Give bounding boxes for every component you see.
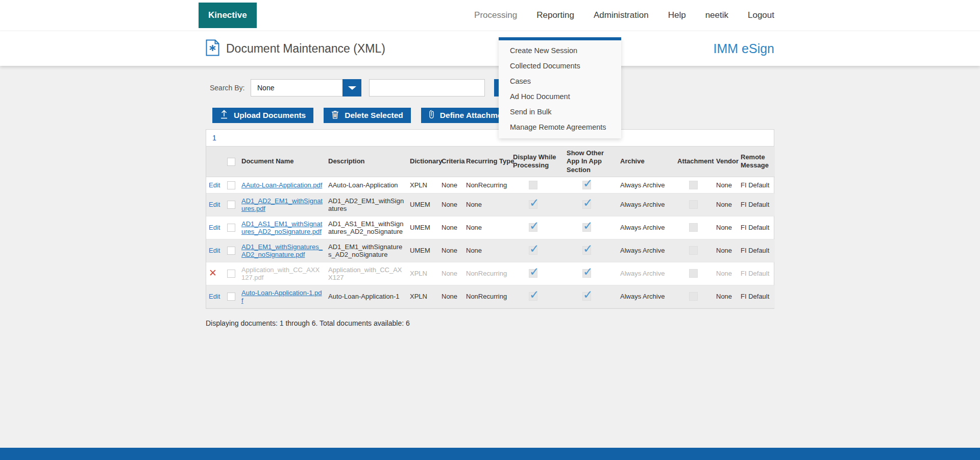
display-while-processing-checkbox[interactable] (529, 181, 537, 189)
show-other-app-checkbox[interactable]: ✓ (582, 292, 591, 301)
recurring-cell: None (466, 224, 482, 231)
document-name-link[interactable]: Auto-Loan-Application-1.pdf (241, 289, 322, 304)
recurring-cell: NonRecurring (466, 270, 507, 277)
header-recurring-type: Recurring Type (463, 147, 510, 177)
menu-item-ad-hoc-document[interactable]: Ad Hoc Document (499, 89, 621, 104)
check-icon: ✓ (583, 219, 593, 233)
upload-documents-button[interactable]: Upload Documents (212, 108, 313, 123)
recurring-cell: None (466, 247, 482, 254)
remote-message-cell: FI Default (741, 270, 769, 277)
attachment-checkbox[interactable] (689, 181, 698, 189)
delete-selected-button[interactable]: Delete Selected (324, 108, 411, 123)
archive-cell: Always Archive (620, 247, 665, 254)
criteria-cell: None (442, 270, 457, 277)
check-icon: ✓ (583, 177, 593, 190)
description-cell: Auto-Loan-Application-1 (328, 293, 399, 300)
attachment-checkbox[interactable] (689, 246, 698, 255)
table-row: ✕Application_with_CC_AXX127.pdfApplicati… (206, 262, 775, 285)
row-checkbox[interactable] (227, 224, 235, 232)
menu-item-manage-remote-agreements[interactable]: Manage Remote Agreements (499, 119, 621, 135)
menu-item-create-new-session[interactable]: Create New Session (499, 43, 621, 58)
attachment-checkbox[interactable] (689, 223, 698, 232)
menu-item-cases[interactable]: Cases (499, 74, 621, 89)
archive-cell: Always Archive (620, 201, 665, 208)
xml-document-icon (206, 39, 219, 58)
table-row: EditAuto-Loan-Application-1.pdfAuto-Loan… (206, 285, 775, 308)
nav-item-processing[interactable]: Processing (474, 10, 517, 20)
check-icon: ✓ (583, 265, 593, 279)
archive-cell: Always Archive (620, 224, 665, 231)
description-cell: AD1_AD2_EM1_withSignatures (328, 197, 404, 212)
edit-link[interactable]: Edit (209, 181, 220, 189)
row-checkbox[interactable] (227, 181, 235, 189)
menu-item-send-in-bulk[interactable]: Send in Bulk (499, 104, 621, 119)
document-name-link[interactable]: AD1_EM1_withSignatures_AD2_noSignature.p… (241, 243, 323, 258)
nav-item-administration[interactable]: Administration (594, 10, 649, 20)
table-row: EditAAuto-Loan-Application.pdfAAuto-Loan… (206, 177, 775, 193)
display-while-processing-checkbox[interactable]: ✓ (529, 292, 537, 301)
check-icon: ✓ (529, 242, 539, 256)
criteria-cell: None (442, 293, 457, 300)
delete-document-icon[interactable]: ✕ (209, 268, 217, 278)
top-nav-bar: Kinective Processing Reporting Administr… (0, 0, 980, 31)
show-other-app-checkbox[interactable]: ✓ (582, 181, 591, 189)
edit-link[interactable]: Edit (209, 201, 220, 208)
attachment-checkbox[interactable] (689, 200, 698, 209)
header-display-while-processing: Display While Processing (510, 147, 564, 177)
header-checkbox-cell (225, 147, 239, 177)
check-icon: ✓ (529, 288, 539, 302)
main-nav: Processing Reporting Administration Help… (474, 10, 774, 20)
document-name-link[interactable]: Application_with_CC_AXX127.pdf (241, 266, 320, 281)
edit-link[interactable]: Edit (209, 247, 220, 254)
attachment-checkbox[interactable] (689, 292, 698, 301)
nav-item-logout[interactable]: Logout (748, 10, 774, 20)
description-cell: AD1_EM1_withSignatures_AD2_noSignature (328, 243, 402, 258)
header-dictionary: Dictionary (407, 147, 439, 177)
nav-item-reporting[interactable]: Reporting (536, 10, 574, 20)
kinective-logo[interactable]: Kinective (199, 3, 257, 28)
row-checkbox[interactable] (227, 201, 235, 209)
header-vendor: Vendor (714, 147, 738, 177)
row-checkbox[interactable] (227, 247, 235, 255)
criteria-cell: None (442, 201, 457, 208)
show-other-app-checkbox[interactable]: ✓ (582, 246, 591, 255)
attachment-checkbox[interactable] (689, 269, 698, 278)
search-row: Search By: None (206, 79, 774, 96)
dictionary-cell: XPLN (410, 293, 427, 300)
search-input[interactable] (369, 79, 485, 96)
document-name-link[interactable]: AAuto-Loan-Application.pdf (241, 181, 322, 189)
document-name-link[interactable]: AD1_AS1_EM1_withSignatures_AD2_noSignatu… (241, 220, 322, 235)
display-while-processing-checkbox[interactable]: ✓ (529, 200, 537, 209)
recurring-cell: NonRecurring (466, 293, 507, 300)
documents-table: 1 Document Name Description Dictionary C… (206, 129, 774, 309)
document-name-link[interactable]: AD1_AD2_EM1_withSignatures.pdf (241, 197, 323, 212)
remote-message-cell: FI Default (741, 293, 769, 300)
check-icon: ✓ (583, 196, 593, 210)
vendor-cell: None (716, 181, 732, 189)
display-while-processing-checkbox[interactable]: ✓ (529, 223, 537, 232)
row-checkbox[interactable] (227, 270, 235, 278)
show-other-app-checkbox[interactable]: ✓ (582, 269, 591, 278)
vendor-cell: None (716, 201, 732, 208)
nav-item-user[interactable]: neetik (705, 10, 728, 20)
toolbar: Upload Documents Delete Selected Define … (212, 108, 774, 123)
remote-message-cell: FI Default (741, 181, 769, 189)
description-cell: AAuto-Loan-Application (328, 181, 398, 189)
row-checkbox[interactable] (227, 293, 235, 301)
description-cell: AD1_AS1_EM1_withSignatures_AD2_noSignatu… (328, 220, 403, 235)
chevron-down-icon[interactable] (342, 79, 361, 96)
search-by-label: Search By: (210, 84, 251, 92)
edit-link[interactable]: Edit (209, 224, 220, 231)
edit-link[interactable]: Edit (209, 293, 220, 300)
display-while-processing-checkbox[interactable]: ✓ (529, 246, 537, 255)
search-by-select[interactable]: None (251, 79, 361, 96)
dictionary-cell: UMEM (410, 201, 430, 208)
show-other-app-checkbox[interactable]: ✓ (582, 200, 591, 209)
select-all-checkbox[interactable] (227, 158, 235, 166)
documents-summary: Displaying documents: 1 through 6. Total… (206, 319, 774, 327)
nav-item-help[interactable]: Help (668, 10, 686, 20)
menu-item-collected-documents[interactable]: Collected Documents (499, 58, 621, 74)
display-while-processing-checkbox[interactable]: ✓ (529, 269, 537, 278)
show-other-app-checkbox[interactable]: ✓ (582, 223, 591, 232)
page-number[interactable]: 1 (206, 130, 774, 147)
